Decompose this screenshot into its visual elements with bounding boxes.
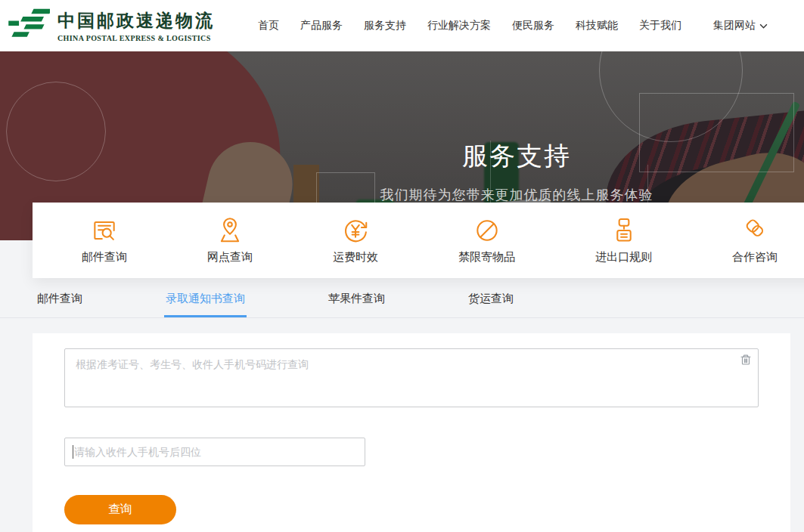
service-cooperation[interactable]: 合作咨询 bbox=[732, 216, 778, 264]
nav-industry-solutions[interactable]: 行业解决方案 bbox=[427, 19, 491, 32]
service-import-export-rules[interactable]: 进出口规则 bbox=[595, 216, 652, 264]
service-mail-query[interactable]: 邮件查询 bbox=[82, 216, 127, 264]
service-branch-query[interactable]: 网点查询 bbox=[207, 216, 253, 264]
query-submit-button[interactable]: 查询 bbox=[64, 495, 176, 524]
service-label: 合作咨询 bbox=[732, 250, 778, 264]
freight-time-icon bbox=[341, 216, 370, 245]
query-numbers-textarea[interactable] bbox=[64, 348, 759, 407]
nav-convenience[interactable]: 便民服务 bbox=[512, 19, 554, 32]
service-prohibited-items[interactable]: 禁限寄物品 bbox=[458, 216, 515, 264]
nav-technology[interactable]: 科技赋能 bbox=[576, 19, 618, 32]
nav-group-site[interactable]: 集团网站 bbox=[713, 19, 768, 32]
service-label: 运费时效 bbox=[333, 250, 378, 264]
prohibited-items-icon bbox=[473, 216, 501, 245]
tab-cargo-query[interactable]: 货运查询 bbox=[467, 286, 515, 317]
query-tabs: 邮件查询 录取通知书查询 苹果件查询 货运查询 bbox=[0, 286, 804, 318]
import-export-icon bbox=[610, 216, 638, 245]
location-pin-icon bbox=[216, 216, 244, 245]
top-header: 中国邮政速递物流 CHINA POSTAL EXPRESS & LOGISTIC… bbox=[0, 0, 804, 51]
service-label: 禁限寄物品 bbox=[458, 250, 515, 264]
services-card: 邮件查询 网点查询 运费时效 禁限寄物品 bbox=[33, 203, 804, 278]
main-nav: 首页 产品服务 服务支持 行业解决方案 便民服务 科技赋能 关于我们 集团网站 bbox=[258, 19, 768, 32]
page-subtitle: 我们期待为您带来更加优质的线上服务体验 bbox=[380, 186, 653, 204]
banner-deco-rect bbox=[639, 93, 794, 172]
phone-last4-input[interactable] bbox=[64, 438, 365, 466]
query-panel: 查询 bbox=[33, 333, 790, 532]
mail-search-icon bbox=[90, 216, 119, 245]
nav-group-site-label: 集团网站 bbox=[713, 19, 756, 32]
nav-products[interactable]: 产品服务 bbox=[300, 19, 343, 32]
nav-home[interactable]: 首页 bbox=[258, 19, 279, 32]
service-label: 网点查询 bbox=[207, 250, 253, 264]
site-logo[interactable]: 中国邮政速递物流 CHINA POSTAL EXPRESS & LOGISTIC… bbox=[8, 8, 215, 44]
nav-about-us[interactable]: 关于我们 bbox=[639, 19, 681, 32]
clear-trash-icon[interactable] bbox=[739, 353, 753, 367]
nav-service-support[interactable]: 服务支持 bbox=[364, 19, 406, 32]
page-title: 服务支持 bbox=[380, 139, 653, 174]
service-label: 邮件查询 bbox=[82, 250, 127, 264]
tab-admission-letter-query[interactable]: 录取通知书查询 bbox=[164, 286, 247, 317]
banner-deco-circle bbox=[6, 82, 106, 181]
service-label: 进出口规则 bbox=[595, 250, 652, 264]
tab-apple-query[interactable]: 苹果件查询 bbox=[327, 286, 386, 317]
phone-input-wrap bbox=[64, 438, 365, 466]
logo-title: 中国邮政速递物流 bbox=[57, 9, 215, 32]
tab-mail-query[interactable]: 邮件查询 bbox=[36, 286, 84, 317]
chevron-down-icon bbox=[759, 23, 768, 29]
text-cursor bbox=[73, 445, 73, 459]
service-freight-time[interactable]: 运费时效 bbox=[333, 216, 378, 264]
china-post-emblem-icon bbox=[8, 8, 50, 44]
logo-subtitle: CHINA POSTAL EXPRESS & LOGISTICS bbox=[57, 34, 215, 42]
query-textarea-wrap bbox=[64, 348, 759, 407]
cooperation-icon bbox=[740, 216, 769, 245]
banner-text-block: 服务支持 我们期待为您带来更加优质的线上服务体验 bbox=[380, 139, 653, 204]
